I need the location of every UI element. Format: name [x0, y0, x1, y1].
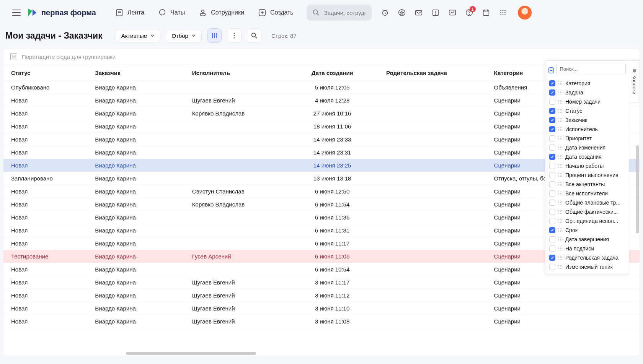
drag-handle-icon[interactable] — [558, 228, 562, 232]
column-checkbox[interactable] — [549, 126, 555, 132]
table-row[interactable]: НоваяВиардо КаринаКорявко Владислав27 ию… — [3, 107, 640, 120]
help-icon[interactable]: 1 — [462, 5, 477, 20]
table-row[interactable]: НоваяВиардо КаринаСвистун Станислав6 июн… — [3, 185, 640, 198]
column-option[interactable]: Процент выполнения — [548, 171, 626, 180]
column-option[interactable]: Срок — [548, 226, 626, 235]
brand-logo[interactable]: первая форма — [27, 7, 96, 18]
column-checkbox[interactable] — [549, 117, 555, 123]
drag-handle-icon[interactable] — [558, 219, 562, 223]
drag-handle-icon[interactable] — [558, 81, 562, 85]
column-checkbox[interactable] — [549, 181, 555, 187]
nav-chats[interactable]: Чаты — [153, 5, 190, 20]
column-checkbox[interactable] — [549, 163, 555, 169]
user-avatar[interactable] — [518, 6, 532, 20]
mail-icon[interactable] — [411, 5, 426, 20]
column-checkbox[interactable] — [549, 89, 555, 96]
drag-handle-icon[interactable] — [558, 256, 562, 260]
column-option[interactable]: Номер задачи — [548, 97, 626, 106]
table-row[interactable]: НоваяВиардо Карина6 июня 11:36Сценарии — [3, 211, 640, 224]
table-row[interactable]: НоваяВиардо КаринаШугаев Евгений3 июня 1… — [3, 276, 640, 289]
drag-handle-icon[interactable] — [558, 265, 562, 269]
table-row[interactable]: НоваяВиардо КаринаШугаев Евгений3 июня 1… — [3, 315, 640, 328]
horizontal-scrollbar[interactable] — [126, 352, 256, 355]
drag-handle-icon[interactable] — [558, 109, 562, 113]
group-drop-zone[interactable]: Перетащите сюда для группировки — [3, 49, 640, 65]
column-option[interactable]: Родительская задача — [548, 253, 626, 262]
column-option[interactable]: Общие плановые тр... — [548, 198, 626, 207]
drag-handle-icon[interactable] — [558, 100, 562, 104]
column-header[interactable]: Заказчик — [90, 65, 187, 81]
column-option[interactable]: Дата создания — [548, 152, 626, 161]
calendar-icon[interactable] — [479, 5, 493, 20]
column-option[interactable]: Задача — [548, 88, 626, 97]
table-row[interactable]: НоваяВиардо Карина18 июня 11:06Сценарии — [3, 120, 640, 133]
column-option[interactable]: Все исполнители — [548, 189, 626, 198]
search-input[interactable] — [324, 10, 366, 16]
dashboard-icon[interactable] — [445, 5, 460, 20]
nav-create[interactable]: Создать — [253, 5, 299, 20]
column-option[interactable]: Статус — [548, 106, 626, 115]
column-checkbox[interactable] — [549, 145, 555, 151]
drag-handle-icon[interactable] — [558, 173, 562, 177]
column-checkbox[interactable] — [549, 218, 555, 224]
column-checkbox[interactable] — [549, 209, 555, 215]
nav-feed[interactable]: Лента — [110, 5, 150, 20]
table-row[interactable]: НоваяВиардо Карина6 июня 10:54Сценарии — [3, 263, 640, 276]
column-option[interactable]: Категория — [548, 79, 626, 88]
column-header[interactable]: Статус — [3, 65, 90, 81]
column-option[interactable]: Начало работы — [548, 161, 626, 171]
column-option[interactable]: Общие фактически... — [548, 207, 626, 216]
columns-tab-toggle[interactable]: Колонки — [629, 60, 640, 102]
column-option[interactable]: Дата завершения — [548, 235, 626, 244]
column-checkbox[interactable] — [549, 245, 555, 252]
table-row[interactable]: НоваяВиардо КаринаКорявко Владислав6 июн… — [3, 198, 640, 211]
drag-handle-icon[interactable] — [558, 210, 562, 214]
star-icon[interactable] — [395, 5, 409, 20]
table-row[interactable]: НоваяВиардо КаринаШугаев Евгений4 июля 1… — [3, 94, 640, 107]
table-row[interactable]: ЗапланированоВиардо Карина13 июня 13:18О… — [3, 172, 640, 185]
apps-icon[interactable] — [496, 5, 510, 20]
menu-toggle[interactable] — [9, 6, 24, 19]
search-button[interactable] — [247, 28, 261, 43]
table-row[interactable]: НоваяВиардо КаринаШугаев Евгений3 июня 1… — [3, 289, 640, 302]
column-checkbox[interactable] — [549, 108, 555, 114]
column-option[interactable]: Исполнитель — [548, 125, 626, 134]
drag-handle-icon[interactable] — [558, 155, 562, 159]
drag-handle-icon[interactable] — [558, 201, 562, 205]
column-header[interactable]: Исполнитель — [187, 65, 284, 81]
filter-select-button[interactable]: Отбор — [166, 29, 202, 42]
column-checkbox[interactable] — [549, 236, 555, 242]
table-row[interactable]: НоваяВиардо Карина6 июня 11:31Сценарии — [3, 224, 640, 237]
column-checkbox[interactable] — [549, 135, 555, 141]
filter-active-button[interactable]: Активные — [116, 29, 160, 42]
drag-handle-icon[interactable] — [558, 247, 562, 250]
drag-handle-icon[interactable] — [558, 146, 562, 150]
columns-select-all[interactable] — [548, 67, 554, 73]
column-option[interactable]: Дата изменения — [548, 143, 626, 152]
table-row[interactable]: ОпубликованоВиардо Карина5 июля 12:05Объ… — [3, 81, 640, 94]
column-option[interactable]: Все акцептанты — [548, 180, 626, 189]
column-checkbox[interactable] — [549, 264, 555, 270]
table-row[interactable]: НоваяВиардо Карина6 июня 11:17Сценарии — [3, 237, 640, 250]
table-row[interactable]: НоваяВиардо Карина14 июня 23:31Сценарии — [3, 146, 640, 159]
column-checkbox[interactable] — [549, 255, 555, 261]
column-header[interactable]: Дата создания — [284, 65, 381, 81]
column-option[interactable]: Орг. единица испол... — [548, 216, 626, 226]
column-option[interactable]: Заказчик — [548, 115, 626, 125]
column-checkbox[interactable] — [549, 99, 555, 105]
column-checkbox[interactable] — [549, 200, 555, 206]
column-option[interactable]: Приоритет — [548, 134, 626, 143]
drag-handle-icon[interactable] — [558, 237, 562, 241]
more-button[interactable] — [227, 28, 242, 43]
column-checkbox[interactable] — [549, 190, 555, 197]
table-row[interactable]: НоваяВиардо Карина14 июня 23:33Сценарии — [3, 133, 640, 146]
nav-employees[interactable]: Сотрудники — [193, 5, 250, 20]
table-row[interactable]: ТестированиеВиардо КаринаГусев Арсений6 … — [3, 250, 640, 263]
column-checkbox[interactable] — [549, 80, 555, 86]
column-option[interactable]: На подписи — [548, 244, 626, 253]
column-checkbox[interactable] — [549, 227, 555, 233]
table-row[interactable]: НоваяВиардо КаринаШугаев Евгений3 июня 1… — [3, 302, 640, 315]
drag-handle-icon[interactable] — [558, 91, 562, 94]
drag-handle-icon[interactable] — [558, 127, 562, 131]
drag-handle-icon[interactable] — [558, 136, 562, 140]
